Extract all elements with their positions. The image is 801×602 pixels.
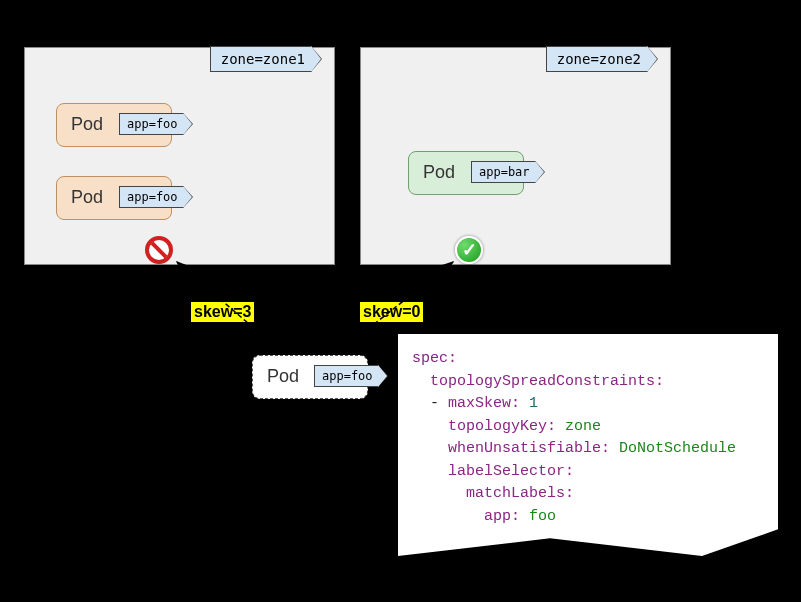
pod-label: Pod	[267, 366, 299, 386]
zone-label-zone1: zone=zone1	[210, 46, 312, 72]
yaml-spec: spec:	[412, 350, 457, 367]
app-label-zone1-2: app=foo	[119, 186, 184, 208]
yaml-when-v: DoNotSchedule	[619, 440, 736, 457]
yaml-topokey-v: zone	[565, 418, 601, 435]
pod-label: Pod	[71, 187, 103, 207]
app-label-zone1-1: app=foo	[119, 113, 184, 135]
yaml-topokey-k: topologyKey:	[448, 418, 556, 435]
yaml-dash: -	[430, 395, 439, 412]
zone-label-zone2: zone=zone2	[546, 46, 648, 72]
yaml-spec-card: spec: topologySpreadConstraints: - maxSk…	[398, 334, 778, 556]
success-icon	[455, 236, 483, 264]
app-label-zone2-1: app=bar	[471, 161, 536, 183]
fail-icon	[145, 236, 173, 264]
app-label-pending: app=foo	[314, 365, 379, 387]
skew-label-zone1: skew=3	[191, 302, 254, 322]
pod-label: Pod	[71, 114, 103, 134]
zone-box-zone1: zone=zone1	[24, 47, 335, 265]
yaml-app-k: app:	[484, 508, 520, 525]
yaml-ml-k: matchLabels:	[466, 485, 574, 502]
yaml-tsc: topologySpreadConstraints:	[430, 373, 664, 390]
pod-label: Pod	[423, 162, 455, 182]
yaml-ls-k: labelSelector:	[448, 463, 574, 480]
yaml-maxskew-k: maxSkew:	[448, 395, 520, 412]
skew-label-zone2: skew=0	[360, 302, 423, 322]
yaml-app-v: foo	[529, 508, 556, 525]
yaml-when-k: whenUnsatisfiable:	[448, 440, 610, 457]
yaml-maxskew-v: 1	[529, 395, 538, 412]
